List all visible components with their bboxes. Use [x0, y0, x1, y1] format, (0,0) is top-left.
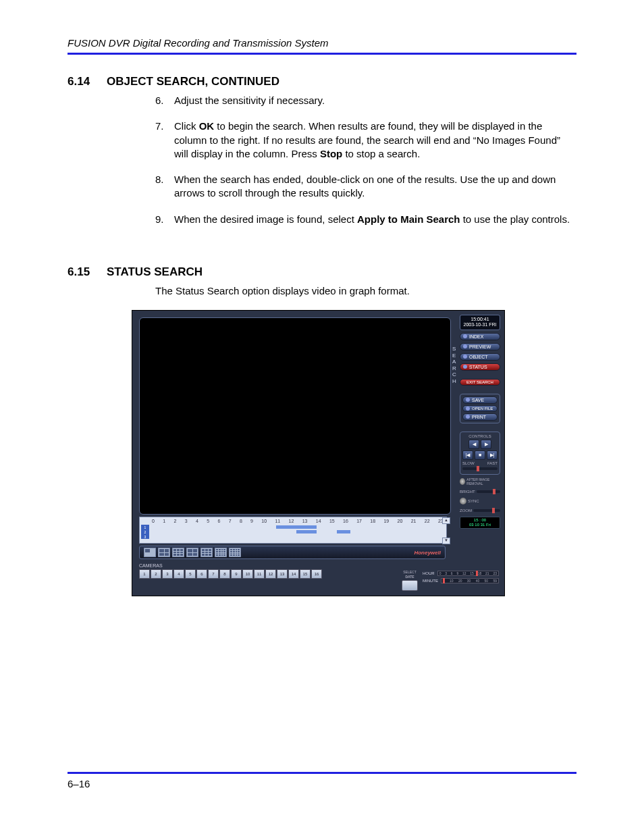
scroll-down-button[interactable]: ▼	[442, 538, 450, 544]
camera-button[interactable]: 11	[254, 569, 265, 579]
after-image-label: AFTER IMAGE REMOVAL	[466, 477, 500, 486]
fast-label: FAST	[487, 461, 498, 465]
layout-c-button[interactable]	[229, 548, 241, 557]
camera-button[interactable]: 4	[173, 569, 184, 579]
step-8: 8. When the search has ended, double-cli…	[155, 173, 576, 201]
clock-date: 2003-10-31 FRI	[460, 322, 500, 328]
print-button[interactable]: PRINT	[462, 413, 498, 421]
index-button[interactable]: INDEX	[460, 333, 500, 340]
save-button[interactable]: SAVE	[462, 396, 498, 404]
stop-button[interactable]: ■	[475, 450, 485, 460]
open-file-button[interactable]: OPEN FILE	[462, 405, 498, 412]
layout-b-button[interactable]	[200, 548, 213, 557]
status-timeline[interactable]: 01234567891011121314151617181920212223 1…	[139, 517, 447, 544]
status-search-screenshot: SEARCH 15:00:41 2003-10-31 FRI INDEX PRE…	[132, 310, 505, 596]
minute-slider[interactable]: 0102030405059	[441, 578, 499, 583]
step-body: When the desired image is found, select …	[174, 213, 576, 226]
slow-label: SLOW	[462, 461, 475, 465]
camera-button[interactable]: 8	[219, 569, 230, 579]
camera-button[interactable]: 6	[196, 569, 207, 579]
section-number: 6.14	[68, 75, 97, 88]
timeline-row[interactable]: 2	[141, 529, 446, 534]
layout-1x1-button[interactable]	[144, 548, 156, 557]
sync-knob[interactable]	[460, 498, 466, 504]
label: OBJECT	[469, 355, 488, 359]
step-6: 6. Adjust the sensitivity if necessary.	[155, 94, 576, 107]
camera-button[interactable]: 16	[311, 569, 322, 579]
step-number: 7.	[155, 120, 174, 161]
printer-icon	[466, 415, 470, 419]
preview-button[interactable]: PREVIEW	[460, 343, 500, 350]
controls-label: CONTROLS	[462, 434, 498, 438]
exit-search-button[interactable]: EXIT SEARCH	[460, 379, 500, 386]
layout-3x3-button[interactable]	[172, 548, 184, 557]
scroll-up-button[interactable]: ▲	[442, 517, 450, 524]
select-date-label: SELECT	[403, 571, 416, 574]
prev-button[interactable]: ◀	[468, 440, 479, 449]
playback-controls: CONTROLS ◀ ▶ |◀ ■ ▶| SLOW FAST	[460, 432, 500, 475]
clock-panel: 15:00:41 2003-10-31 FRI	[460, 315, 500, 330]
first-button[interactable]: |◀	[462, 450, 473, 460]
timeline-row[interactable]: 1	[141, 525, 446, 529]
layout-toolbar: Honeywell	[139, 546, 446, 559]
play-time: 15 : 00	[460, 518, 500, 523]
layout-4x4-button[interactable]	[215, 548, 227, 557]
dot-icon	[463, 344, 467, 348]
section-number: 6.15	[68, 265, 97, 279]
after-image-knob[interactable]	[460, 478, 465, 485]
section-615-intro: The Status Search option displays video …	[155, 284, 576, 298]
text: to use the play controls.	[460, 213, 570, 225]
object-button[interactable]: OBJECT	[460, 353, 500, 361]
next-button[interactable]: ▶	[481, 440, 491, 449]
step-7: 7. Click OK to begin the search. When re…	[155, 120, 576, 161]
brand-logo: Honeywell	[414, 550, 441, 556]
label: SAVE	[472, 398, 484, 402]
section-614-title: 6.14 OBJECT SEARCH, CONTINUED	[68, 75, 576, 88]
camera-button[interactable]: 3	[162, 569, 173, 579]
section-heading: OBJECT SEARCH, CONTINUED	[107, 75, 279, 88]
calendar-button[interactable]	[402, 580, 418, 591]
hour-slider[interactable]: 03691215182123	[437, 571, 499, 576]
step-9: 9. When the desired image is found, sele…	[155, 213, 576, 226]
bright-slider[interactable]	[477, 490, 500, 493]
camera-button[interactable]: 10	[242, 569, 253, 579]
page-number: 6–16	[68, 774, 576, 789]
camera-button[interactable]: 7	[208, 569, 219, 579]
dot-icon	[463, 334, 467, 338]
folder-icon	[466, 407, 470, 411]
camera-button[interactable]: 9	[231, 569, 242, 579]
step-body: When the search has ended, double-click …	[174, 173, 576, 201]
timeline-row[interactable]: 3	[141, 534, 446, 539]
text: to stop a search.	[342, 148, 420, 159]
hour-label: HOUR	[423, 571, 435, 575]
status-button[interactable]: STATUS	[460, 363, 500, 371]
camera-button[interactable]: 2	[151, 569, 161, 579]
cameras-label: CAMERAS	[139, 563, 504, 568]
text: Click	[174, 120, 199, 132]
camera-button[interactable]: 13	[277, 569, 288, 579]
camera-button[interactable]: 12	[265, 569, 276, 579]
zoom-slider[interactable]	[473, 509, 500, 512]
camera-button[interactable]: 5	[185, 569, 196, 579]
camera-button[interactable]: 14	[288, 569, 299, 579]
bold-apply: Apply to Main Search	[357, 213, 460, 225]
camera-button[interactable]: 1	[139, 569, 150, 579]
camera-button[interactable]: 15	[300, 569, 311, 579]
select-date-label2: DATE	[405, 575, 414, 579]
step-body: Adjust the sensitivity if necessary.	[174, 94, 576, 107]
text: When the desired image is found, select	[174, 213, 357, 225]
speed-slider[interactable]	[462, 467, 498, 470]
layout-a-button[interactable]	[186, 548, 198, 557]
label: OPEN FILE	[472, 407, 493, 411]
file-ops-group: SAVE OPEN FILE PRINT	[460, 394, 500, 423]
dot-icon	[463, 365, 467, 369]
bright-label: BRIGHT	[460, 490, 475, 494]
layout-2x2-button[interactable]	[158, 548, 170, 557]
step-body: Click OK to begin the search. When resul…	[174, 120, 576, 161]
label: STATUS	[469, 365, 487, 369]
label: INDEX	[469, 334, 483, 339]
label: EXIT SEARCH	[466, 380, 493, 384]
bold-ok: OK	[199, 120, 215, 132]
last-button[interactable]: ▶|	[487, 450, 498, 460]
dot-icon	[463, 355, 467, 359]
